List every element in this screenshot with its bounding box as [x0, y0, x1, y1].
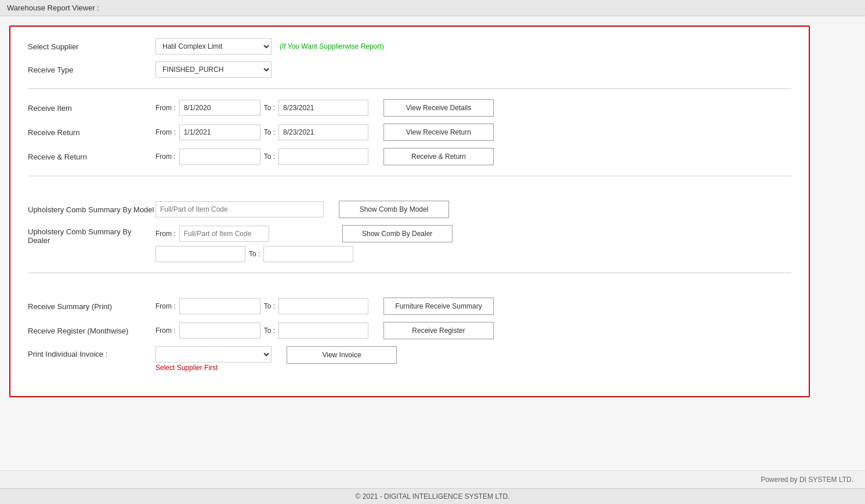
- receive-return-label: Receive Return: [28, 128, 155, 137]
- copyright-footer: © 2021 - DIGITAL INTELLIGENCE SYSTEM LTD…: [0, 488, 865, 504]
- show-comb-by-dealer-button[interactable]: Show Comb By Dealer: [342, 225, 453, 242]
- show-comb-by-model-button[interactable]: Show Comb By Model: [339, 201, 449, 218]
- supplier-select[interactable]: Hatil Complex Limit: [155, 38, 272, 55]
- receive-and-return-from-input[interactable]: [179, 148, 260, 165]
- receive-register-controls: From : To : Receive Register: [155, 322, 791, 339]
- receive-and-return-controls: From : To : Receive & Return: [155, 148, 791, 165]
- receive-summary-controls: From : To : Furniture Receive Summary: [155, 298, 791, 315]
- receive-register-label: Receive Register (Monthwise): [28, 327, 155, 335]
- upholstery-dealer-item-input[interactable]: [179, 226, 269, 242]
- page-header: Warehouse Report Viewer :: [0, 0, 865, 16]
- receive-type-label: Receive Type: [28, 66, 155, 74]
- invoice-select-col: Select Supplier First: [155, 346, 272, 372]
- divider-1: [28, 88, 791, 89]
- page-title: Warehouse Report Viewer :: [7, 3, 99, 12]
- supplier-row: Select Supplier Hatil Complex Limit (If …: [28, 38, 791, 55]
- receive-register-to-input[interactable]: [278, 322, 368, 339]
- receive-return-from-input[interactable]: [179, 124, 260, 140]
- receive-and-return-from-label: From :: [155, 153, 176, 161]
- receive-register-from-label: From :: [155, 327, 176, 335]
- upholstery-model-input[interactable]: [155, 201, 324, 217]
- receive-item-to-label: To :: [264, 104, 275, 112]
- divider-2: [28, 176, 791, 176]
- supplier-label: Select Supplier: [28, 42, 155, 51]
- upholstery-dealer-from-date-input[interactable]: [155, 246, 245, 262]
- print-invoice-row: Print Individual Invoice : Select Suppli…: [28, 346, 791, 372]
- report-container: Select Supplier Hatil Complex Limit (If …: [9, 26, 810, 397]
- receive-and-return-label: Receive & Return: [28, 153, 155, 161]
- receive-item-from-label: From :: [155, 104, 176, 112]
- receive-and-return-to-input[interactable]: [278, 148, 368, 165]
- view-receive-details-button[interactable]: View Receive Details: [383, 99, 494, 117]
- print-invoice-controls: Select Supplier First View Invoice: [155, 346, 791, 372]
- receive-register-row: Receive Register (Monthwise) From : To :…: [28, 322, 791, 339]
- receive-return-from-label: From :: [155, 128, 176, 136]
- receive-item-from-input[interactable]: [179, 100, 260, 116]
- receive-return-to-label: To :: [264, 128, 275, 136]
- receive-summary-from-label: From :: [155, 302, 176, 310]
- supplier-hint: (If You Want Supplierwise Report): [280, 42, 384, 50]
- dealer-row1: From : Show Comb By Dealer: [155, 225, 453, 242]
- section-gap-2: [28, 284, 791, 298]
- receive-and-return-button[interactable]: Receive & Return: [383, 148, 494, 165]
- receive-summary-to-label: To :: [264, 302, 275, 310]
- upholstery-model-label: Upholstery Comb Summary By Model: [28, 205, 155, 214]
- section-gap-1: [28, 187, 791, 201]
- invoice-select[interactable]: [155, 346, 272, 362]
- receive-item-to-input[interactable]: [278, 100, 368, 116]
- receive-summary-from-input[interactable]: [179, 298, 260, 314]
- receive-register-to-label: To :: [264, 327, 275, 335]
- upholstery-dealer-to-date-input[interactable]: [263, 246, 353, 262]
- receive-type-select[interactable]: FINISHED_PURCH: [155, 61, 272, 78]
- powered-text: Powered by DI SYSTEM LTD.: [761, 476, 853, 484]
- select-supplier-hint: Select Supplier First: [155, 364, 272, 372]
- receive-return-to-input[interactable]: [278, 124, 368, 140]
- furniture-receive-summary-button[interactable]: Furniture Receive Summary: [383, 298, 494, 315]
- receive-summary-label: Receive Summary (Print): [28, 302, 155, 311]
- main-content: Select Supplier Hatil Complex Limit (If …: [0, 16, 865, 470]
- receive-register-from-input[interactable]: [179, 322, 260, 339]
- divider-3: [28, 273, 791, 273]
- receive-item-controls: From : To : View Receive Details: [155, 99, 791, 117]
- receive-and-return-to-label: To :: [264, 153, 275, 161]
- receive-type-controls: FINISHED_PURCH: [155, 61, 791, 78]
- powered-footer: Powered by DI SYSTEM LTD.: [0, 470, 865, 488]
- upholstery-dealer-label: Upholstery Comb Summary By Dealer: [28, 225, 155, 245]
- dealer-to-label: To :: [249, 250, 260, 258]
- receive-register-button[interactable]: Receive Register: [383, 322, 494, 339]
- upholstery-dealer-controls: From : Show Comb By Dealer To :: [155, 225, 791, 262]
- dealer-from-label: From :: [155, 230, 176, 238]
- receive-return-row: Receive Return From : To : View Receive …: [28, 124, 791, 141]
- receive-item-label: Receive Item: [28, 104, 155, 113]
- receive-return-controls: From : To : View Receive Return: [155, 124, 791, 141]
- receive-and-return-row: Receive & Return From : To : Receive & R…: [28, 148, 791, 165]
- dealer-row2: To :: [155, 246, 353, 262]
- upholstery-model-row: Upholstery Comb Summary By Model Show Co…: [28, 201, 791, 218]
- copyright-text: © 2021 - DIGITAL INTELLIGENCE SYSTEM LTD…: [355, 492, 509, 501]
- receive-summary-row: Receive Summary (Print) From : To : Furn…: [28, 298, 791, 315]
- print-invoice-label: Print Individual Invoice :: [28, 346, 155, 358]
- receive-type-row: Receive Type FINISHED_PURCH: [28, 61, 791, 78]
- upholstery-model-controls: Show Comb By Model: [155, 201, 791, 218]
- supplier-controls: Hatil Complex Limit (If You Want Supplie…: [155, 38, 791, 55]
- upholstery-dealer-row: Upholstery Comb Summary By Dealer From :…: [28, 225, 791, 262]
- receive-item-row: Receive Item From : To : View Receive De…: [28, 99, 791, 117]
- view-receive-return-button[interactable]: View Receive Return: [383, 124, 494, 141]
- view-invoice-button[interactable]: View Invoice: [287, 346, 397, 364]
- receive-summary-to-input[interactable]: [278, 298, 368, 314]
